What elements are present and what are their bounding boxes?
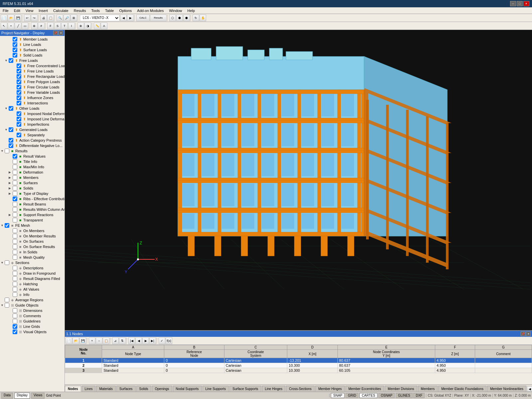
annotate-btn[interactable]: A [101,23,107,29]
solid-loads-check[interactable] [13,53,17,58]
table-next-btn[interactable]: ▶ [142,337,149,344]
pan-btn[interactable]: ✋ [200,15,206,21]
cell-z-2[interactable]: 4.950 [435,363,475,368]
average-regions-check[interactable] [5,298,9,302]
sidebar-item-type-of-display[interactable]: ▶ ■ Type of Display [0,191,65,196]
cell-ref-2[interactable]: 0 [164,363,224,368]
copy-btn[interactable]: 📋 [47,15,54,21]
open-btn[interactable]: 📂 [8,15,14,21]
on-members-check[interactable] [13,228,17,233]
cell-z-3[interactable]: 4.950 [435,368,475,373]
side-view-btn[interactable]: S [54,23,61,29]
imperfections-check[interactable] [17,122,21,127]
table-row[interactable]: 2 Standard 0 Cartesian 10.300 80.637 4.9… [65,363,532,368]
sidebar-item-in-solids[interactable]: ■ In Solids [0,249,65,255]
sidebar-item-solid-loads[interactable]: ⬆ Solid Loads [0,53,65,58]
surfaces-res-check[interactable] [13,181,17,185]
all-values-check[interactable] [13,287,17,292]
result-diagrams-check[interactable] [13,276,17,281]
result-beams-check[interactable] [13,202,17,206]
cartes-btn[interactable]: CARTES [359,393,377,398]
glines-btn[interactable]: GLINES [396,393,413,398]
cell-coord-2[interactable]: Cartesian [224,363,287,368]
ribs-check[interactable] [13,197,17,201]
tab-member-elastic[interactable]: Member Elastic Foundations [438,386,486,392]
cell-x-1[interactable]: -13.201 [287,358,338,363]
info-check[interactable] [13,292,17,297]
grid-btn[interactable]: GRID [345,393,358,398]
sidebar-item-on-surface-results[interactable]: ■ On Surface Results [0,244,65,249]
sidebar-item-descriptions[interactable]: ◈ Descriptions [0,265,65,271]
fe-mesh-check[interactable] [5,223,9,228]
sidebar-item-dimensions[interactable]: ⊞ Dimensions [0,308,65,313]
tab-cross-sections[interactable]: Cross-Sections [286,386,315,392]
tab-members[interactable]: Members [418,386,438,392]
differentiate-check[interactable] [9,143,13,148]
cell-coord-3[interactable]: Cartesian [224,368,287,373]
table-prev-btn[interactable]: ◀ [135,337,142,344]
sidebar-item-intersections[interactable]: ⬆ Intersections [0,100,65,106]
render-btn[interactable]: ⬡ [169,15,176,21]
guide-objects-check[interactable] [5,303,9,308]
sidebar-item-surface-loads[interactable]: ⬆ Surface Loads [0,47,65,53]
cell-y-2[interactable]: 80.637 [337,363,435,368]
solid-btn[interactable]: ⬣ [183,15,190,21]
cell-y-1[interactable]: 80.637 [337,358,435,363]
table-close-btn[interactable]: ✕ [526,332,531,336]
sidebar-item-draw-foreground[interactable]: ◈ Draw in Foreground [0,271,65,276]
influence-zones-check[interactable] [17,95,21,100]
deformation-check[interactable] [13,170,17,175]
sidebar-item-line-loads[interactable]: ⬆ Line Loads [0,42,65,47]
tab-nodal-supports[interactable]: Nodal Supports [173,386,202,392]
sidebar-item-results[interactable]: ▼ ■ Results [0,148,65,154]
result-values-check[interactable] [13,154,17,159]
imposed-line-check[interactable] [17,117,21,121]
sidebar-item-fe-mesh[interactable]: ▼ ■ FE Mesh [0,223,65,228]
sidebar-item-deformation[interactable]: ▶ ■ Deformation [0,170,65,175]
sidebar-item-free-polygon[interactable]: ⬆ Free Polygon Loads [0,79,65,84]
in-solids-check[interactable] [13,250,17,254]
table-del-row-btn[interactable]: − [96,337,102,344]
sidebar-item-free-loads[interactable]: ▼ ⬆ Free Loads [0,58,65,63]
table-sort-btn[interactable]: ⇅ [119,337,126,344]
mesh-quality-check[interactable] [13,255,17,260]
sidebar-close-btn[interactable]: ✕ [59,31,63,35]
sidebar-item-result-diagrams-filled[interactable]: ◈ Result Diagrams Filled [0,276,65,281]
line-loads-check[interactable] [13,42,17,47]
cell-type-1[interactable]: Standard [102,358,164,363]
dxf-btn[interactable]: DXF [413,393,425,398]
surface-loads-check[interactable] [13,48,17,52]
sidebar-item-on-member-results[interactable]: ■ On Member Results [0,233,65,239]
menu-table[interactable]: Table [102,8,116,13]
status-display-btn[interactable]: Display [14,393,30,399]
print-btn[interactable]: 🖨 [40,15,47,21]
table-container[interactable]: NodeNo. A B C D E F G Node Type Referenc… [65,345,532,384]
free-loads-check[interactable] [9,58,13,63]
sidebar-item-result-values[interactable]: ■ Result Values [0,154,65,159]
cell-x-3[interactable]: 10.300 [287,368,338,373]
sidebar-item-comments[interactable]: ⊞ Comments [0,313,65,319]
top-view-btn[interactable]: T [61,23,68,29]
sidebar-item-visual-objects[interactable]: ⊞ Visual Objects [0,329,65,334]
line-btn[interactable]: ╱ [15,23,21,29]
sidebar-item-result-beams[interactable]: ■ Result Beams [0,201,65,207]
sidebar-item-title-info[interactable]: ■ Title Info [0,159,65,164]
sidebar-item-imposed-nodal[interactable]: ⬆ Imposed Nodal Deform... [0,111,65,116]
menu-insert[interactable]: Insert [36,8,51,13]
menu-window[interactable]: Window [166,8,185,13]
sidebar-item-action-category[interactable]: ⬆ Action Category Prestress [0,138,65,143]
sidebar-item-members-res[interactable]: ▶ ■ Members [0,175,65,180]
table-filter-btn[interactable]: ⊿ [112,337,119,344]
table-add-row-btn[interactable]: + [89,337,95,344]
type-display-check[interactable] [13,191,17,196]
table-check-btn[interactable]: ✓ [159,337,165,344]
sidebar-item-mesh-quality[interactable]: ■ Mesh Quality [0,255,65,260]
generated-loads-check[interactable] [9,127,13,132]
table-formula-btn[interactable]: f(x) [166,337,172,344]
menu-tools[interactable]: Tools [88,8,102,13]
cell-type-3[interactable]: Standard [102,368,164,373]
separately-check[interactable] [17,133,21,137]
save-btn[interactable]: 💾 [15,15,21,21]
comments-check[interactable] [13,314,17,318]
cell-coord-1[interactable]: Cartesian [224,358,287,363]
